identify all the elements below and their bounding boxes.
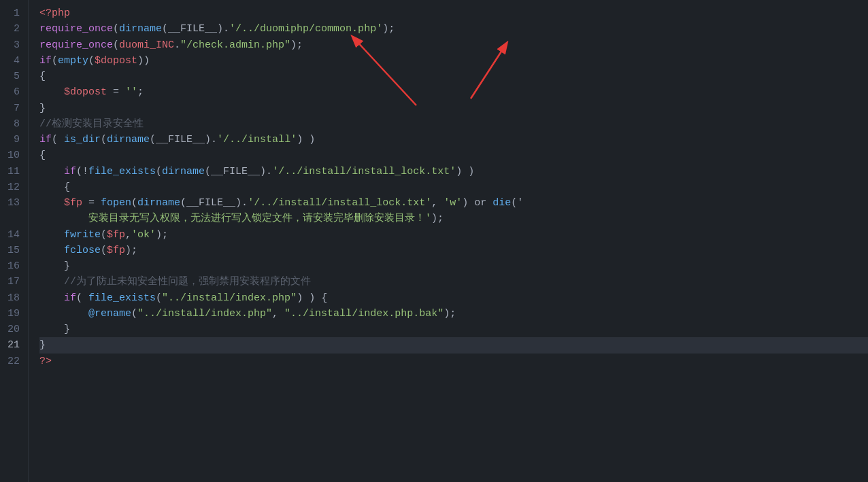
token: $dopost — [64, 86, 107, 98]
token: ); — [125, 245, 137, 256]
ln-20: 20 — [5, 322, 20, 337]
token: ( — [113, 39, 119, 51]
token — [39, 308, 88, 320]
token: ); — [156, 229, 168, 241]
token: ); — [382, 23, 395, 35]
token: ); — [444, 308, 456, 320]
token: } — [64, 324, 70, 335]
code-line-13: $fp = fopen(dirname(__FILE__).'/../insta… — [39, 195, 868, 211]
token: . — [174, 39, 180, 51]
token: ?> — [39, 356, 52, 367]
ln-21: 21 — [5, 337, 20, 353]
token: } — [64, 260, 70, 272]
token: die — [493, 197, 511, 209]
code-editor: 1 2 3 4 5 6 7 8 9 10 11 12 13 14 15 16 1… — [0, 0, 868, 482]
code-line-17: //为了防止未知安全性问题，强制禁用安装程序的文件 — [39, 274, 868, 290]
token — [39, 182, 64, 193]
token — [39, 292, 64, 304]
token: ( — [52, 134, 64, 145]
token: { — [39, 150, 46, 161]
ln-14: 14 — [5, 227, 20, 243]
code-line-12: { — [39, 179, 868, 195]
token: ; — [137, 86, 144, 98]
token: $fp — [64, 197, 82, 209]
token: '/../install' — [217, 134, 297, 145]
code-line-18: if( file_exists("../install/index.php") … — [39, 290, 868, 306]
token — [39, 86, 64, 98]
token: ( — [52, 55, 58, 67]
token: ( — [101, 229, 107, 241]
token: ) or — [462, 197, 493, 209]
token: ) ) — [456, 166, 474, 177]
ln-2: 2 — [5, 21, 20, 37]
token: { — [39, 71, 46, 82]
token: ( — [156, 292, 162, 304]
ln-8: 8 — [5, 116, 20, 132]
token: <?php — [39, 7, 70, 19]
token — [39, 245, 64, 256]
token — [39, 229, 64, 241]
token: "/check.admin.php" — [180, 39, 290, 51]
token: '/../install/install_lock.txt' — [272, 166, 456, 177]
token — [39, 213, 88, 224]
ln-13: 13 — [5, 195, 20, 211]
code-line-7: } — [39, 101, 868, 116]
code-line-10: { — [39, 148, 868, 163]
token: ( — [131, 197, 137, 209]
token: "../install/index.php" — [162, 292, 297, 304]
token: ( — [156, 166, 162, 177]
ln-3: 3 — [5, 37, 20, 53]
token: ) ) { — [297, 292, 327, 304]
token: ( — [101, 245, 107, 256]
token: '' — [125, 86, 137, 98]
token: (__FILE__). — [180, 197, 248, 209]
token: (__FILE__). — [162, 23, 229, 35]
token: ) ) — [297, 134, 315, 145]
token: dirname — [162, 166, 205, 177]
token: '/../install/install_lock.txt' — [248, 197, 431, 209]
token: require_once — [39, 23, 113, 35]
code-line-11: if(!file_exists(dirname(__FILE__).'/../i… — [39, 164, 868, 179]
token — [39, 197, 64, 209]
ln-22: 22 — [5, 354, 20, 369]
code-line-14: fwrite($fp,'ok'); — [39, 227, 868, 243]
token — [39, 166, 64, 177]
code-line-3: require_once(duomi_INC."/check.admin.php… — [39, 37, 868, 53]
token — [39, 324, 64, 335]
token: if — [64, 166, 76, 177]
code-line-2: require_once(dirname(__FILE__).'/../duom… — [39, 21, 868, 37]
ln-10: 10 — [5, 148, 20, 163]
token: ); — [290, 39, 303, 51]
ln-5: 5 — [5, 69, 20, 84]
token: = — [82, 197, 101, 209]
line-numbers: 1 2 3 4 5 6 7 8 9 10 11 12 13 14 15 16 1… — [0, 0, 29, 482]
token: 安装目录无写入权限，无法进行写入锁定文件，请安装完毕删除安装目录！' — [88, 213, 431, 224]
token: dirname — [137, 197, 180, 209]
token: 'w' — [444, 197, 462, 209]
token: ( — [88, 55, 95, 67]
ln-11: 11 — [5, 164, 20, 179]
code-line-4: if(empty($dopost)) — [39, 53, 868, 69]
token: ( — [131, 308, 137, 320]
token: '/../duomiphp/common.php' — [229, 23, 382, 35]
token: (' — [511, 197, 523, 209]
token: , — [431, 197, 444, 209]
token: if — [39, 134, 52, 145]
token: { — [64, 182, 70, 193]
code-line-19: @rename("../install/index.php", "../inst… — [39, 306, 868, 322]
code-line-13b: 安装目录无写入权限，无法进行写入锁定文件，请安装完毕删除安装目录！'); — [39, 211, 868, 226]
ln-9: 9 — [5, 132, 20, 148]
token: file_exists — [88, 166, 156, 177]
token: if — [64, 292, 76, 304]
code-line-15: fclose($fp); — [39, 243, 868, 258]
code-line-6: $dopost = ''; — [39, 84, 868, 100]
token: , — [272, 308, 284, 320]
token: duomi_INC — [119, 39, 174, 51]
token: ); — [431, 213, 444, 224]
token: fclose — [64, 245, 101, 256]
code-line-5: { — [39, 69, 868, 84]
ln-16: 16 — [5, 258, 20, 274]
ln-19: 19 — [5, 306, 20, 322]
code-line-16: } — [39, 258, 868, 274]
token: $fp — [107, 229, 125, 241]
